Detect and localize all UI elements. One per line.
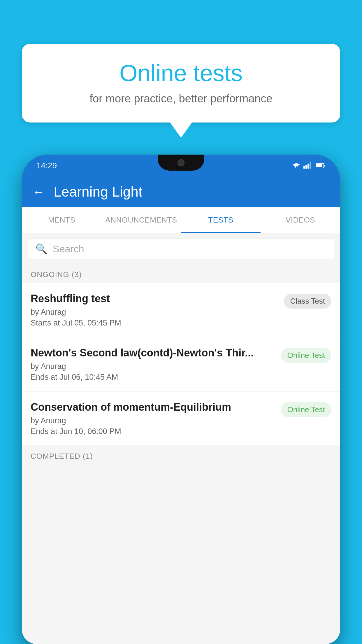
test-item-2[interactable]: Newton's Second law(contd)-Newton's Thir…	[22, 337, 340, 391]
wifi-icon	[291, 162, 300, 169]
test-author-3: by Anurag	[31, 416, 275, 425]
svg-rect-1	[305, 165, 307, 169]
svg-rect-5	[316, 164, 322, 167]
svg-rect-0	[303, 166, 305, 169]
ongoing-section-header: ONGOING (3)	[22, 264, 340, 283]
search-input[interactable]: 🔍 Search	[28, 239, 334, 259]
test-badge-3: Online Test	[281, 402, 331, 417]
bubble-title: Online tests	[39, 60, 323, 87]
search-icon: 🔍	[35, 243, 48, 255]
phone-camera	[178, 159, 184, 166]
test-date-1: Starts at Jul 05, 05:45 PM	[31, 318, 278, 328]
completed-title: COMPLETED (1)	[31, 452, 93, 461]
status-icons	[291, 162, 326, 169]
test-author-1: by Anurag	[31, 308, 278, 317]
tab-videos[interactable]: VIDEOS	[261, 207, 340, 233]
test-badge-2: Online Test	[281, 348, 331, 363]
test-date-3: Ends at Jun 10, 06:00 PM	[31, 427, 275, 436]
test-item-3[interactable]: Conservation of momentum-Equilibrium by …	[22, 392, 340, 445]
svg-rect-3	[310, 162, 311, 169]
back-button[interactable]: ←	[32, 185, 45, 199]
status-bar: 14:29	[22, 155, 340, 176]
test-date-2: Ends at Jul 06, 10:45 AM	[31, 373, 275, 382]
test-author-2: by Anurag	[31, 362, 275, 371]
test-title-1: Reshuffling test	[31, 293, 278, 305]
battery-icon	[316, 162, 326, 169]
test-title-2: Newton's Second law(contd)-Newton's Thir…	[31, 347, 275, 359]
tab-tests[interactable]: TESTS	[181, 207, 261, 233]
app-bar: ← Learning Light	[22, 176, 340, 207]
tab-bar: MENTS ANNOUNCEMENTS TESTS VIDEOS	[22, 207, 340, 233]
tab-announcements[interactable]: ANNOUNCEMENTS	[101, 207, 181, 233]
bubble-subtitle: for more practice, better performance	[39, 92, 323, 105]
search-container: 🔍 Search	[22, 233, 340, 264]
signal-icon	[303, 162, 312, 169]
tab-ments[interactable]: MENTS	[22, 207, 101, 233]
phone-notch	[158, 155, 204, 171]
svg-rect-6	[324, 165, 325, 167]
test-info-1: Reshuffling test by Anurag Starts at Jul…	[31, 293, 278, 328]
phone-frame: 14:29 ←	[22, 155, 340, 644]
test-title-3: Conservation of momentum-Equilibrium	[31, 401, 275, 413]
app-bar-title: Learning Light	[54, 184, 142, 200]
test-badge-1: Class Test	[284, 294, 331, 309]
svg-rect-2	[307, 164, 309, 169]
search-placeholder: Search	[53, 243, 84, 255]
completed-section-header: COMPLETED (1)	[22, 446, 340, 465]
phone-inner: ← Learning Light MENTS ANNOUNCEMENTS TES…	[22, 176, 340, 644]
test-info-2: Newton's Second law(contd)-Newton's Thir…	[31, 347, 275, 382]
ongoing-title: ONGOING (3)	[31, 270, 82, 279]
speech-bubble: Online tests for more practice, better p…	[22, 44, 340, 123]
test-item-1[interactable]: Reshuffling test by Anurag Starts at Jul…	[22, 283, 340, 337]
test-info-3: Conservation of momentum-Equilibrium by …	[31, 401, 275, 436]
status-time: 14:29	[36, 161, 57, 170]
